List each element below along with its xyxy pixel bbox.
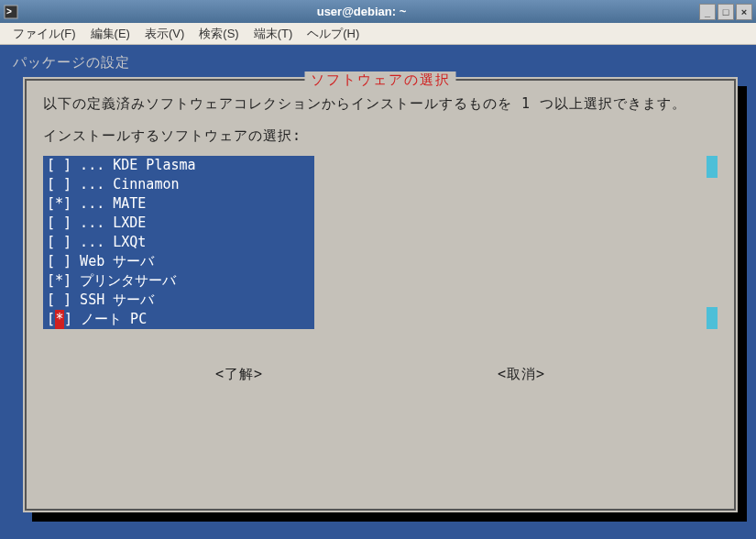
list-item[interactable]: [*] プリンタサーバ [43,271,314,291]
window-titlebar: > user@debian: ~ _ □ × [0,0,756,23]
list-item[interactable]: [*] ... MATE [43,194,314,214]
ok-button[interactable]: <了解> [215,366,263,383]
maximize-button[interactable]: □ [718,4,734,20]
cursor: * [55,310,64,329]
close-button[interactable]: × [736,4,752,20]
list-item[interactable]: [ ] ... LXDE [43,214,314,233]
terminal-area: パッケージの設定 ソフトウェアの選択 以下の定義済みソフトウェアコレクションから… [0,45,756,539]
button-row: <了解> <取消> [43,366,718,383]
menubar: ファイル(F) 編集(E) 表示(V) 検索(S) 端末(T) ヘルプ(H) [0,23,756,45]
dialog-wrapper: ソフトウェアの選択 以下の定義済みソフトウェアコレクションからインストールするも… [23,77,738,512]
menu-help[interactable]: ヘルプ(H) [300,23,367,45]
menu-file[interactable]: ファイル(F) [5,23,83,45]
scrollbar-thumb-top [707,156,718,178]
list-item[interactable]: [ ] Web サーバ [43,252,314,271]
software-list[interactable]: [ ] ... KDE Plasma[ ] ... Cinnamon[*] ..… [43,156,314,329]
scrollbar-thumb-bottom [707,307,718,329]
prompt-text: インストールするソフトウェアの選択: [43,127,718,145]
cancel-button[interactable]: <取消> [498,366,545,383]
list-item[interactable]: [ ] ... Cinnamon [43,175,314,194]
list-item[interactable]: [*] ノート PC [43,310,314,329]
menu-terminal[interactable]: 端末(T) [247,23,301,45]
scrollbar[interactable] [707,156,718,329]
menu-search[interactable]: 検索(S) [192,23,246,45]
instruction-text: 以下の定義済みソフトウェアコレクションからインストールするものを 1 つ以上選択… [43,94,718,115]
terminal-icon: > [4,5,18,19]
dialog-content: ソフトウェアの選択 以下の定義済みソフトウェアコレクションからインストールするも… [25,79,736,511]
window-controls: _ □ × [699,4,752,20]
menu-view[interactable]: 表示(V) [137,23,192,45]
list-item[interactable]: [ ] ... KDE Plasma [43,156,314,175]
minimize-button[interactable]: _ [699,4,716,20]
package-header: パッケージの設定 [4,49,752,73]
window-title: user@debian: ~ [24,5,699,18]
svg-text:>: > [6,6,12,16]
menu-edit[interactable]: 編集(E) [83,23,137,45]
dialog-title: ソフトウェアの選択 [305,72,456,89]
list-item[interactable]: [ ] ... LXQt [43,233,314,252]
list-item[interactable]: [ ] SSH サーバ [43,291,314,310]
tasksel-dialog: ソフトウェアの選択 以下の定義済みソフトウェアコレクションからインストールするも… [23,77,738,512]
